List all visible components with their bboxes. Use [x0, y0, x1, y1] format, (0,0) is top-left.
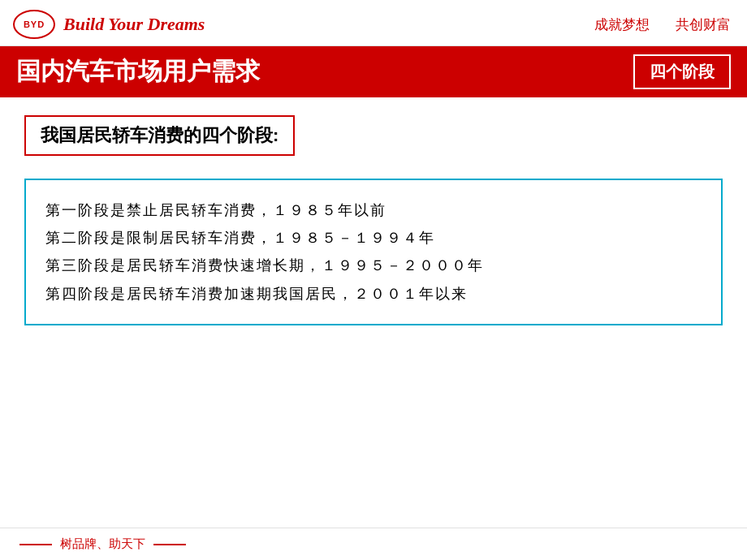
byd-logo: BYD	[13, 10, 55, 39]
content-line-4: 第四阶段是居民轿车消费加速期我国居民，２００１年以来	[45, 280, 702, 308]
header: BYD Build Your Dreams 成就梦想 共创财富	[0, 0, 747, 46]
logo-area: BYD Build Your Dreams	[13, 10, 205, 39]
content-box: 第一阶段是禁止居民轿车消费，１９８５年以前 第二阶段是限制居民轿车消费，１９８５…	[24, 179, 723, 325]
subtitle-box: 我国居民轿车消费的四个阶段:	[24, 115, 295, 156]
header-slogan-1: 成就梦想	[594, 15, 650, 34]
footer-line-left	[19, 544, 52, 545]
content-section: 第一阶段是禁止居民轿车消费，１９８５年以前 第二阶段是限制居民轿车消费，１９８５…	[0, 164, 747, 334]
content-line-2: 第二阶段是限制居民轿车消费，１９８５－１９９４年	[45, 224, 702, 252]
content-line-1: 第一阶段是禁止居民轿车消费，１９８５年以前	[45, 196, 702, 224]
footer-text: 树品牌、助天下	[60, 536, 145, 552]
tagline: Build Your Dreams	[63, 14, 205, 35]
footer-line-right	[153, 544, 186, 545]
header-right: 成就梦想 共创财富	[594, 15, 731, 34]
content-line-3: 第三阶段是居民轿车消费快速增长期，１９９５－２０００年	[45, 252, 702, 279]
footer: 树品牌、助天下	[0, 528, 747, 560]
stage-badge: 四个阶段	[633, 54, 731, 89]
page-title: 国内汽车市场用户需求	[16, 55, 260, 88]
header-slogan-2: 共创财富	[676, 15, 731, 34]
subtitle-section: 我国居民轿车消费的四个阶段:	[0, 97, 747, 164]
title-bar: 国内汽车市场用户需求 四个阶段	[0, 46, 747, 97]
